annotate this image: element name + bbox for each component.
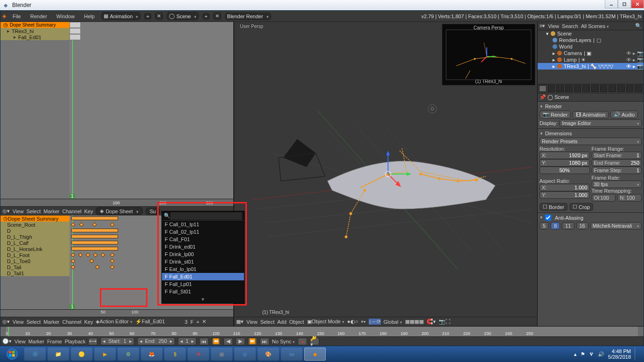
taskbar-app1[interactable]: ⚙ xyxy=(118,348,139,361)
view-menu-add[interactable]: Add xyxy=(277,319,287,325)
snap-buttons[interactable]: 🧲▾ xyxy=(427,319,436,325)
resolution-y[interactable]: Y:1080 px xyxy=(539,159,590,167)
pivot-dropdown[interactable]: ⌖▾ xyxy=(361,319,366,325)
jump-start-button[interactable]: ⏮ xyxy=(199,338,209,345)
action-menu-channel[interactable]: Channel xyxy=(62,319,81,325)
render-button[interactable]: 📷Render xyxy=(539,111,571,118)
popup-option[interactable]: F Drink_lp00 xyxy=(162,251,244,258)
view-menu-object[interactable]: Object xyxy=(289,319,304,325)
taskbar-blender[interactable]: ◆ xyxy=(304,348,326,361)
context-breadcrumb[interactable]: ◯ xyxy=(547,94,554,100)
minimize-button[interactable] xyxy=(605,0,618,8)
current-frame-field[interactable]: ◂1▸ xyxy=(178,337,196,345)
display-dropdown[interactable]: Image Editor xyxy=(560,119,642,127)
action-menu-select[interactable]: Select xyxy=(27,319,41,325)
action-mode-dropdown[interactable]: ◈Action Editor xyxy=(96,319,132,325)
view-menu-select[interactable]: Select xyxy=(260,319,275,325)
camera-object[interactable] xyxy=(279,139,325,181)
range-toggle[interactable]: ⟷ xyxy=(88,338,98,345)
taskbar-app3[interactable]: ❋ xyxy=(188,348,209,361)
keyframe-next-button[interactable]: ⏩ xyxy=(248,338,257,345)
outliner[interactable]: ≡▾ View Search All Scenes 🔍 ▾Scene Rende… xyxy=(538,22,644,84)
tray-expand-icon[interactable]: ▴ xyxy=(574,351,577,357)
action-menu-marker[interactable]: Marker xyxy=(43,319,59,325)
popup-option[interactable]: F Fall_St01 xyxy=(162,288,244,295)
frame-end[interactable]: End Frame:250 xyxy=(592,159,642,167)
view-menu-view[interactable]: View xyxy=(246,319,258,325)
sync-dropdown[interactable]: No Sync xyxy=(272,339,295,344)
start-button[interactable] xyxy=(2,347,22,361)
time-remap-old[interactable]: Ol:100 xyxy=(592,194,616,202)
screen-layout-dropdown[interactable]: ▦Animation xyxy=(101,12,141,20)
popup-option[interactable]: F Drink_st01 xyxy=(162,258,244,265)
action-fakeuser[interactable]: F xyxy=(190,319,194,325)
timeline-menu-playback[interactable]: Playback xyxy=(65,339,86,344)
popup-option[interactable]: F Drink_ed01 xyxy=(162,243,244,251)
end-frame-field[interactable]: ◂End:250▸ xyxy=(137,337,175,345)
render-engine-dropdown[interactable]: Blender Render xyxy=(225,13,271,20)
taskbar-firefox[interactable]: 🦊 xyxy=(141,348,162,361)
action-search-input[interactable] xyxy=(170,212,242,220)
taskbar-app4[interactable]: ▦ xyxy=(211,348,232,361)
aspect-y[interactable]: Y:1.000 xyxy=(539,191,590,199)
frame-start[interactable]: Start Frame:1 xyxy=(592,152,642,159)
tab-modifiers[interactable] xyxy=(591,85,599,92)
tab-texture[interactable] xyxy=(617,85,625,92)
dopesheet-menu-view[interactable]: View xyxy=(13,209,24,214)
popup-option[interactable]: F Eat_lo_lp01 xyxy=(162,265,244,273)
taskbar-app6[interactable]: ▭ xyxy=(281,348,302,361)
orientation-dropdown[interactable]: Global xyxy=(384,319,402,325)
resolution-x[interactable]: X:1920 px xyxy=(539,152,590,159)
aa-filter-dropdown[interactable]: Mitchell-Netravali xyxy=(590,222,642,230)
aa-5[interactable]: 5 xyxy=(539,222,549,230)
start-frame-field[interactable]: ◂Start:1▸ xyxy=(100,337,134,345)
tab-data[interactable] xyxy=(600,85,608,92)
keyframe-prev-button[interactable]: ⏪ xyxy=(211,338,221,345)
tab-particles[interactable] xyxy=(626,85,634,92)
render-buttons[interactable]: 📷⛶ xyxy=(439,319,450,325)
aspect-x[interactable]: X:1.000 xyxy=(539,184,590,191)
timeline-playhead[interactable] xyxy=(8,327,9,336)
play-reverse-button[interactable]: ◀ xyxy=(224,338,233,345)
tab-renderlayers[interactable] xyxy=(548,85,555,92)
pin-icon[interactable]: 📌 xyxy=(539,94,546,100)
menu-render[interactable]: Render xyxy=(28,13,50,20)
scene-add-button[interactable]: + xyxy=(203,13,209,20)
menu-window[interactable]: Window xyxy=(54,13,77,20)
action-menu-key[interactable]: Key xyxy=(84,319,93,325)
dopesheet-playhead[interactable] xyxy=(72,22,73,199)
tab-physics[interactable] xyxy=(635,85,642,92)
popup-option[interactable]: F Call_02_lp11 xyxy=(162,228,244,236)
frame-rate-dropdown[interactable]: 30 fps xyxy=(592,181,642,188)
border-checkbox[interactable]: ☐ Border xyxy=(539,203,567,211)
taskbar-ie[interactable]: ⓔ xyxy=(24,348,46,361)
editor-type-icon[interactable]: ▦▾ xyxy=(236,319,244,325)
taskbar-app5[interactable]: ◍ xyxy=(234,348,256,361)
action-name-field[interactable]: ⚡Fall_Ed01 xyxy=(135,319,182,325)
manipulator-buttons[interactable]: ↕↔⟳ xyxy=(369,319,381,325)
outliner-filter-dropdown[interactable]: All Scenes xyxy=(581,23,632,29)
timeline-menu-marker[interactable]: Marker xyxy=(28,339,44,344)
3d-viewport[interactable]: User Persp (1) TRex3_hi Camera Persp (1)… xyxy=(234,22,537,326)
aa-11[interactable]: 11 xyxy=(562,222,574,230)
layer-buttons[interactable]: ▦▦▦▦ xyxy=(405,319,424,325)
play-button[interactable]: ▶ xyxy=(236,338,245,345)
search-icon[interactable]: 🔍 xyxy=(635,23,642,29)
editor-type-icon[interactable]: ◎▾ xyxy=(2,319,10,325)
tab-scene[interactable] xyxy=(556,85,564,92)
scene-remove-button[interactable]: ✕ xyxy=(213,13,221,20)
taskbar-explorer[interactable]: 📁 xyxy=(48,348,69,361)
render-audio-button[interactable]: 🔊Audio xyxy=(610,111,638,118)
editor-type-icon[interactable]: ≡▾ xyxy=(539,23,545,29)
scene-dropdown[interactable]: ◯Scene xyxy=(167,12,199,20)
tab-material[interactable] xyxy=(609,85,616,92)
antialias-section-header[interactable]: Anti-Aliasing xyxy=(539,214,642,222)
action-users[interactable]: 3 xyxy=(185,319,188,325)
taskbar-media[interactable]: ▶ xyxy=(94,348,116,361)
action-add[interactable]: + xyxy=(196,319,199,325)
dopesheet-menu-marker[interactable]: Marker xyxy=(43,209,59,214)
render-animation-button[interactable]: 🎞Animation xyxy=(573,111,609,118)
dopesheet-mode-dropdown[interactable]: ◈Dope Sheet xyxy=(96,207,142,215)
close-button[interactable] xyxy=(631,0,644,8)
menu-file[interactable]: File xyxy=(10,13,24,20)
